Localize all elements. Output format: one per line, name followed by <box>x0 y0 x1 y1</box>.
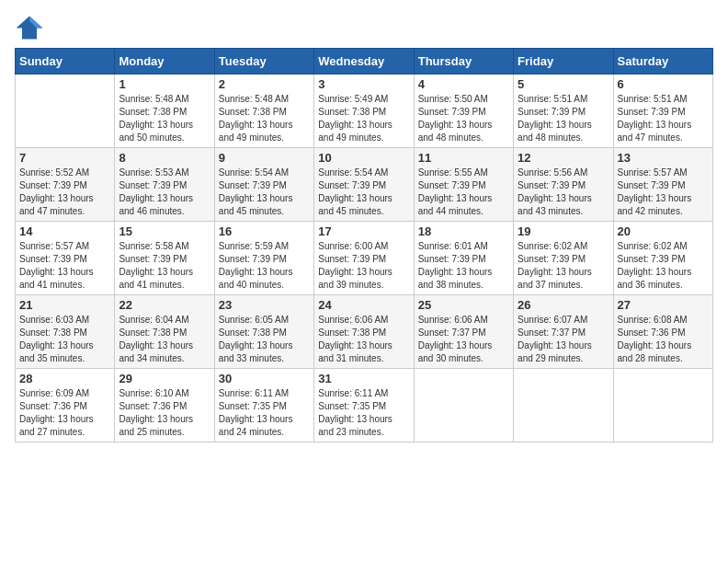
calendar-week-row: 21Sunrise: 6:03 AM Sunset: 7:38 PM Dayli… <box>16 295 713 369</box>
calendar-cell <box>414 369 513 442</box>
calendar-cell <box>613 369 712 442</box>
day-number: 17 <box>318 224 409 238</box>
day-number: 4 <box>418 77 509 91</box>
calendar-cell: 9Sunrise: 5:54 AM Sunset: 7:39 PM Daylig… <box>214 148 313 222</box>
day-number: 24 <box>318 298 409 312</box>
day-number: 3 <box>318 77 409 91</box>
day-number: 8 <box>119 151 210 165</box>
calendar-cell: 5Sunrise: 5:51 AM Sunset: 7:39 PM Daylig… <box>514 75 613 148</box>
page-header <box>15 15 713 40</box>
day-info: Sunrise: 6:10 AM Sunset: 7:36 PM Dayligh… <box>119 387 210 439</box>
day-number: 30 <box>219 372 310 385</box>
calendar-cell: 6Sunrise: 5:51 AM Sunset: 7:39 PM Daylig… <box>613 75 712 148</box>
day-info: Sunrise: 6:07 AM Sunset: 7:37 PM Dayligh… <box>518 314 609 365</box>
calendar-body: 1Sunrise: 5:48 AM Sunset: 7:38 PM Daylig… <box>16 75 713 442</box>
day-info: Sunrise: 5:54 AM Sunset: 7:39 PM Dayligh… <box>318 167 409 218</box>
day-info: Sunrise: 6:06 AM Sunset: 7:38 PM Dayligh… <box>318 314 409 365</box>
day-number: 28 <box>19 372 110 385</box>
calendar-cell: 8Sunrise: 5:53 AM Sunset: 7:39 PM Daylig… <box>115 148 214 222</box>
calendar-week-row: 1Sunrise: 5:48 AM Sunset: 7:38 PM Daylig… <box>16 75 713 148</box>
day-info: Sunrise: 5:54 AM Sunset: 7:39 PM Dayligh… <box>219 167 310 218</box>
calendar-cell: 19Sunrise: 6:02 AM Sunset: 7:39 PM Dayli… <box>514 222 613 295</box>
calendar-cell: 30Sunrise: 6:11 AM Sunset: 7:35 PM Dayli… <box>214 369 313 442</box>
day-info: Sunrise: 5:51 AM Sunset: 7:39 PM Dayligh… <box>518 93 609 144</box>
day-number: 11 <box>418 151 509 165</box>
calendar-cell: 24Sunrise: 6:06 AM Sunset: 7:38 PM Dayli… <box>314 295 414 369</box>
day-number: 26 <box>518 298 609 312</box>
day-info: Sunrise: 5:51 AM Sunset: 7:39 PM Dayligh… <box>618 93 709 144</box>
calendar-cell: 23Sunrise: 6:05 AM Sunset: 7:38 PM Dayli… <box>214 295 313 369</box>
day-info: Sunrise: 6:09 AM Sunset: 7:36 PM Dayligh… <box>19 387 110 439</box>
calendar-cell: 4Sunrise: 5:50 AM Sunset: 7:39 PM Daylig… <box>414 75 513 148</box>
day-number: 25 <box>418 298 509 312</box>
day-number: 14 <box>19 224 110 238</box>
day-number: 23 <box>219 298 310 312</box>
calendar-cell: 14Sunrise: 5:57 AM Sunset: 7:39 PM Dayli… <box>16 222 115 295</box>
day-info: Sunrise: 5:48 AM Sunset: 7:38 PM Dayligh… <box>119 93 210 144</box>
calendar-cell: 16Sunrise: 5:59 AM Sunset: 7:39 PM Dayli… <box>214 222 313 295</box>
day-number: 20 <box>618 224 709 238</box>
day-number: 27 <box>618 298 709 312</box>
calendar-cell: 25Sunrise: 6:06 AM Sunset: 7:37 PM Dayli… <box>414 295 513 369</box>
day-number: 15 <box>119 224 210 238</box>
day-info: Sunrise: 5:49 AM Sunset: 7:38 PM Dayligh… <box>318 93 409 144</box>
weekday-label: Thursday <box>414 49 513 75</box>
day-info: Sunrise: 5:53 AM Sunset: 7:39 PM Dayligh… <box>119 167 210 218</box>
day-info: Sunrise: 5:59 AM Sunset: 7:39 PM Dayligh… <box>219 240 310 292</box>
day-info: Sunrise: 6:06 AM Sunset: 7:37 PM Dayligh… <box>418 314 509 365</box>
weekday-label: Wednesday <box>314 49 414 75</box>
day-info: Sunrise: 6:02 AM Sunset: 7:39 PM Dayligh… <box>518 240 609 292</box>
calendar-cell: 11Sunrise: 5:55 AM Sunset: 7:39 PM Dayli… <box>414 148 513 222</box>
day-info: Sunrise: 5:56 AM Sunset: 7:39 PM Dayligh… <box>518 167 609 218</box>
day-info: Sunrise: 6:11 AM Sunset: 7:35 PM Dayligh… <box>318 387 409 439</box>
day-number: 21 <box>19 298 110 312</box>
day-number: 6 <box>618 77 709 91</box>
calendar-cell <box>16 75 115 148</box>
day-info: Sunrise: 6:08 AM Sunset: 7:36 PM Dayligh… <box>618 314 709 365</box>
calendar-cell: 12Sunrise: 5:56 AM Sunset: 7:39 PM Dayli… <box>514 148 613 222</box>
logo <box>15 15 48 40</box>
calendar-cell: 2Sunrise: 5:48 AM Sunset: 7:38 PM Daylig… <box>214 75 313 148</box>
calendar-week-row: 7Sunrise: 5:52 AM Sunset: 7:39 PM Daylig… <box>16 148 713 222</box>
day-info: Sunrise: 6:02 AM Sunset: 7:39 PM Dayligh… <box>618 240 709 292</box>
day-number: 18 <box>418 224 509 238</box>
day-info: Sunrise: 5:52 AM Sunset: 7:39 PM Dayligh… <box>19 167 110 218</box>
calendar-cell: 15Sunrise: 5:58 AM Sunset: 7:39 PM Dayli… <box>115 222 214 295</box>
calendar-cell: 18Sunrise: 6:01 AM Sunset: 7:39 PM Dayli… <box>414 222 513 295</box>
day-info: Sunrise: 6:05 AM Sunset: 7:38 PM Dayligh… <box>219 314 310 365</box>
day-info: Sunrise: 6:04 AM Sunset: 7:38 PM Dayligh… <box>119 314 210 365</box>
calendar-cell: 10Sunrise: 5:54 AM Sunset: 7:39 PM Dayli… <box>314 148 414 222</box>
day-number: 7 <box>19 151 110 165</box>
day-info: Sunrise: 5:55 AM Sunset: 7:39 PM Dayligh… <box>418 167 509 218</box>
day-info: Sunrise: 6:01 AM Sunset: 7:39 PM Dayligh… <box>418 240 509 292</box>
weekday-label: Friday <box>514 49 613 75</box>
calendar-cell: 3Sunrise: 5:49 AM Sunset: 7:38 PM Daylig… <box>314 75 414 148</box>
day-info: Sunrise: 5:50 AM Sunset: 7:39 PM Dayligh… <box>418 93 509 144</box>
calendar-cell: 26Sunrise: 6:07 AM Sunset: 7:37 PM Dayli… <box>514 295 613 369</box>
day-number: 29 <box>119 372 210 385</box>
calendar-cell: 13Sunrise: 5:57 AM Sunset: 7:39 PM Dayli… <box>613 148 712 222</box>
day-number: 22 <box>119 298 210 312</box>
calendar-cell: 7Sunrise: 5:52 AM Sunset: 7:39 PM Daylig… <box>16 148 115 222</box>
calendar-week-row: 28Sunrise: 6:09 AM Sunset: 7:36 PM Dayli… <box>16 369 713 442</box>
day-info: Sunrise: 5:57 AM Sunset: 7:39 PM Dayligh… <box>19 240 110 292</box>
day-number: 31 <box>318 372 409 385</box>
day-number: 19 <box>518 224 609 238</box>
day-number: 13 <box>618 151 709 165</box>
logo-icon <box>15 15 44 40</box>
calendar-cell: 22Sunrise: 6:04 AM Sunset: 7:38 PM Dayli… <box>115 295 214 369</box>
day-number: 10 <box>318 151 409 165</box>
weekday-header-row: SundayMondayTuesdayWednesdayThursdayFrid… <box>16 49 713 75</box>
calendar-cell: 31Sunrise: 6:11 AM Sunset: 7:35 PM Dayli… <box>314 369 414 442</box>
weekday-label: Saturday <box>613 49 712 75</box>
calendar-cell: 20Sunrise: 6:02 AM Sunset: 7:39 PM Dayli… <box>613 222 712 295</box>
day-number: 2 <box>219 77 310 91</box>
calendar-week-row: 14Sunrise: 5:57 AM Sunset: 7:39 PM Dayli… <box>16 222 713 295</box>
day-info: Sunrise: 5:58 AM Sunset: 7:39 PM Dayligh… <box>119 240 210 292</box>
calendar-cell: 21Sunrise: 6:03 AM Sunset: 7:38 PM Dayli… <box>16 295 115 369</box>
calendar-cell: 1Sunrise: 5:48 AM Sunset: 7:38 PM Daylig… <box>115 75 214 148</box>
calendar-cell: 28Sunrise: 6:09 AM Sunset: 7:36 PM Dayli… <box>16 369 115 442</box>
calendar-cell <box>514 369 613 442</box>
day-number: 5 <box>518 77 609 91</box>
calendar-cell: 29Sunrise: 6:10 AM Sunset: 7:36 PM Dayli… <box>115 369 214 442</box>
